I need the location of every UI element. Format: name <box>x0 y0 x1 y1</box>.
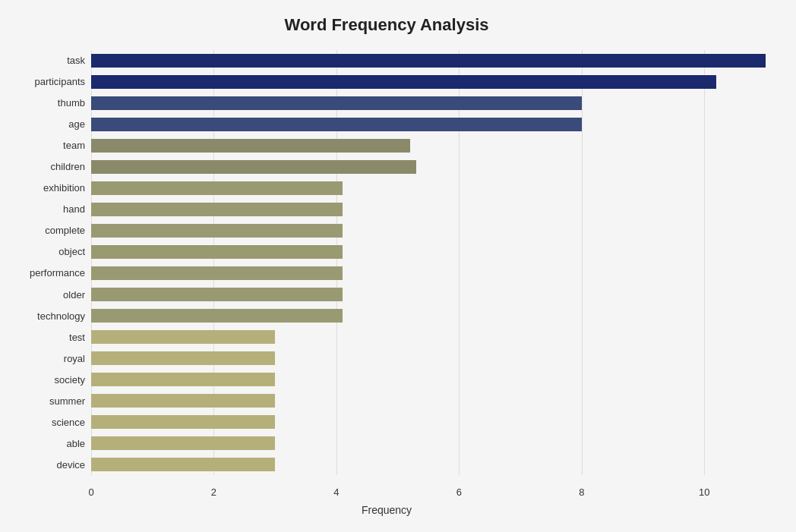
bar <box>91 436 275 450</box>
chart-area: taskparticipantsthumbageteamchildrenexhi… <box>8 50 766 498</box>
y-label: object <box>8 241 91 262</box>
bar-row <box>91 454 766 475</box>
y-label: test <box>8 327 91 348</box>
bar-row <box>91 241 766 263</box>
y-label: complete <box>8 220 91 241</box>
y-axis: taskparticipantsthumbageteamchildrenexhi… <box>8 50 91 498</box>
bar-row <box>91 220 766 241</box>
bar <box>91 96 582 110</box>
bar-row <box>91 93 766 114</box>
y-label: summer <box>8 391 91 411</box>
bar-row <box>91 50 766 71</box>
chart-container: Word Frequency Analysis taskparticipants… <box>0 0 796 532</box>
y-label: royal <box>8 348 91 369</box>
bar <box>91 245 343 259</box>
bar-row <box>91 390 766 411</box>
y-label: older <box>8 285 91 305</box>
bar-row <box>91 263 766 284</box>
y-label: performance <box>8 263 91 283</box>
y-label: participants <box>8 71 91 92</box>
bar-row <box>91 178 766 199</box>
bar <box>91 373 275 386</box>
x-axis-label: Frequency <box>8 504 766 516</box>
bar <box>91 181 343 195</box>
bar <box>91 224 343 238</box>
bar-row <box>91 71 766 93</box>
bar-row <box>91 135 766 156</box>
bar <box>91 330 275 344</box>
y-label: able <box>8 433 91 454</box>
bar-row <box>91 433 766 454</box>
y-label: society <box>8 370 91 390</box>
bar-row <box>91 369 766 390</box>
y-label: task <box>8 50 91 71</box>
chart-wrapper: Word Frequency Analysis taskparticipants… <box>0 0 796 532</box>
bar <box>91 203 343 216</box>
bar <box>91 458 275 471</box>
bar-row <box>91 348 766 369</box>
bar-row <box>91 411 766 433</box>
bar <box>91 139 410 153</box>
bar-row <box>91 199 766 220</box>
bar <box>91 415 275 429</box>
bar <box>91 75 716 89</box>
y-label: device <box>8 455 91 475</box>
y-label: age <box>8 114 91 134</box>
y-label: science <box>8 412 91 433</box>
bar <box>91 288 343 301</box>
bar <box>91 54 766 68</box>
bar-row <box>91 114 766 135</box>
bar <box>91 118 582 131</box>
bar <box>91 160 416 174</box>
y-label: hand <box>8 199 91 219</box>
bars-area <box>91 50 766 498</box>
y-label: team <box>8 135 91 156</box>
bar-row <box>91 326 766 348</box>
bar <box>91 351 275 365</box>
chart-title: Word Frequency Analysis <box>8 15 766 35</box>
y-label: thumb <box>8 93 91 113</box>
bar-row <box>91 305 766 326</box>
y-label: technology <box>8 306 91 326</box>
bar-row <box>91 156 766 178</box>
bar <box>91 266 343 280</box>
y-label: exhibition <box>8 178 91 198</box>
bar <box>91 394 275 408</box>
y-label: children <box>8 156 91 177</box>
bars-and-grid: 0246810 <box>91 50 766 498</box>
bar-row <box>91 284 766 305</box>
bar <box>91 309 343 323</box>
